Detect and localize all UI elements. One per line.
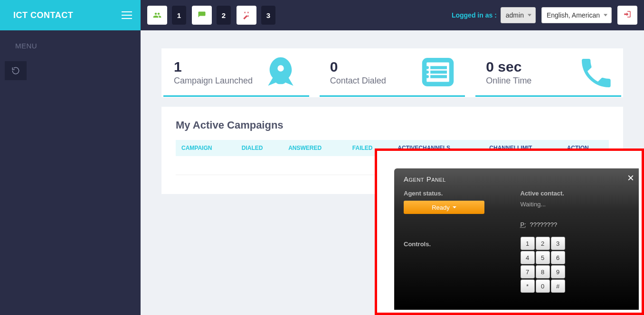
list-icon (416, 54, 460, 92)
key-9[interactable]: 9 (551, 265, 565, 278)
close-icon[interactable]: × (627, 171, 634, 185)
agent-panel: × Agent Panel Agent status. Ready Contro… (394, 168, 639, 310)
col-dialed[interactable]: DIALED (236, 140, 283, 156)
svg-point-4 (426, 66, 429, 69)
key-6[interactable]: 6 (551, 251, 565, 264)
agent-panel-highlight-frame: × Agent Panel Agent status. Ready Contro… (375, 148, 644, 315)
controls-label: Controls. (404, 241, 514, 248)
logged-in-label: Logged in as : (452, 11, 497, 19)
brand-logo: ICT CONTACT (13, 10, 73, 20)
key-hash[interactable]: # (551, 279, 565, 293)
sidebar-header: ICT CONTACT (0, 0, 141, 30)
chat-icon (192, 6, 212, 25)
stat-card-campaign: 1 Campaign Launched (163, 50, 309, 95)
stat-card-online: 0 sec Online Time (475, 50, 621, 95)
key-4[interactable]: 4 (521, 251, 535, 264)
key-1[interactable]: 1 (521, 237, 535, 250)
phone-icon (576, 54, 616, 94)
step-number: 1 (172, 6, 186, 25)
sidebar: ICT CONTACT MENU (0, 0, 141, 315)
key-8[interactable]: 8 (536, 265, 550, 278)
phone-value: ???????? (530, 221, 557, 228)
user-select-value: admin (506, 11, 524, 19)
dial-keypad: 1 2 3 4 5 6 7 8 9 * 0 # (521, 237, 631, 293)
menu-section-label: MENU (0, 30, 141, 61)
logout-icon (623, 10, 632, 20)
refresh-icon (11, 66, 20, 75)
step-1-button[interactable]: 1 (147, 6, 186, 25)
rocket-icon (257, 54, 304, 94)
stats-row: 1 Campaign Launched 0 Contact Dialed 0 s… (161, 48, 623, 97)
campaigns-title: My Active Campaigns (176, 119, 609, 131)
hamburger-icon[interactable] (122, 11, 132, 19)
language-select-value: English, American (547, 11, 600, 19)
key-3[interactable]: 3 (551, 237, 565, 250)
agent-panel-title: Agent Panel (404, 175, 630, 183)
key-5[interactable]: 5 (536, 251, 550, 264)
key-0[interactable]: 0 (536, 279, 550, 293)
key-7[interactable]: 7 (521, 265, 535, 278)
active-contact-label: Active contact. (521, 190, 631, 197)
agent-status-dropdown[interactable]: Ready (404, 201, 484, 214)
step-number: 3 (261, 6, 275, 25)
phone-line: P: ???????? (521, 221, 631, 228)
key-2[interactable]: 2 (536, 237, 550, 250)
wand-icon (237, 6, 256, 25)
topbar: 1 2 3 Logged in as : admin English, Amer… (141, 0, 644, 30)
step-3-button[interactable]: 3 (237, 6, 275, 25)
svg-point-5 (426, 71, 429, 74)
users-icon (147, 6, 167, 25)
language-select[interactable]: English, American (541, 7, 612, 23)
agent-status-label: Agent status. (404, 190, 514, 197)
step-2-button[interactable]: 2 (192, 6, 231, 25)
stat-card-dialed: 0 Contact Dialed (320, 50, 465, 95)
step-number: 2 (217, 6, 231, 25)
col-campaign[interactable]: CAMPAIGN (176, 140, 236, 156)
user-select[interactable]: admin (501, 7, 536, 23)
step-buttons: 1 2 3 (147, 6, 275, 25)
svg-point-6 (426, 75, 429, 78)
logout-button[interactable] (617, 6, 637, 25)
key-star[interactable]: * (521, 279, 535, 293)
agent-status-value: Ready (432, 204, 450, 211)
phone-prefix: P: (521, 221, 526, 228)
waiting-text: Waiting... (521, 201, 631, 208)
col-answered[interactable]: ANSWERED (283, 140, 347, 156)
sidebar-refresh-button[interactable] (5, 61, 27, 80)
